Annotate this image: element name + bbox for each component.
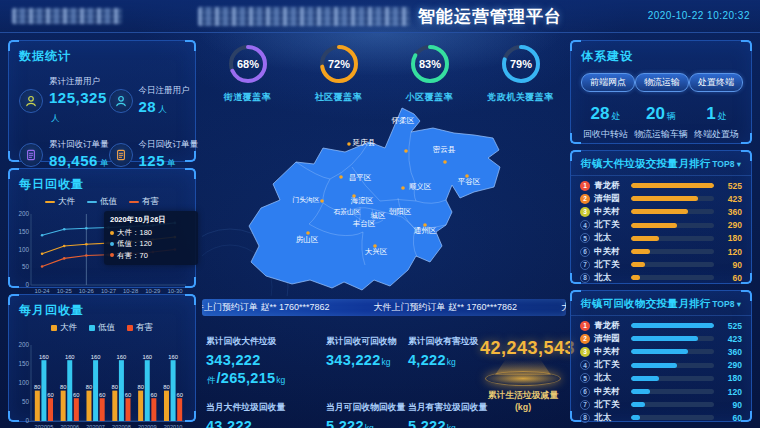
stat-number: 28 (139, 98, 157, 115)
beijing-district-map[interactable]: 怀柔区延庆县密云县昌平区顺义区平谷区门头沟区海淀区石景山区城区朝阳区丰台区房山区… (202, 104, 566, 296)
rank-row: 4北下关290 (571, 359, 751, 372)
district-dot (404, 149, 408, 153)
system-tab-前端网点[interactable]: 前端网点 (581, 73, 635, 92)
summary-stats: 累计回收大件垃圾343,222件/265,215kg累计回收可回收物343,22… (202, 330, 566, 426)
rank-name: 青龙桥 (594, 180, 627, 192)
panel-corner-tl (570, 40, 581, 51)
panel-corner-br (741, 411, 752, 422)
district-label: 通州区 (414, 226, 437, 235)
tooltip-dot (110, 253, 114, 257)
stat-text: 今日注册用户28人 (139, 85, 190, 116)
rank-badge: 3 (580, 347, 590, 357)
panel-corner-tl (570, 150, 581, 161)
rank-name: 北太 (594, 232, 627, 244)
monthly-bar-chart[interactable]: 0501001502002020052020062020072020082020… (9, 334, 195, 428)
coverage-gauges: 68%街道覆盖率72%社区覆盖率83%小区覆盖率79%党政机关覆盖率 (202, 42, 566, 112)
stat-value: 125,325人 (49, 89, 109, 125)
rank-row: 8北太60 (571, 411, 751, 424)
legend-item-有害[interactable]: 有害 (127, 322, 153, 334)
title-wrap: 智能运营管理平台 (198, 5, 562, 28)
coverage-gauge: 79%党政机关覆盖率 (478, 42, 564, 104)
svg-text:83%: 83% (418, 58, 440, 70)
svg-text:202010: 202010 (164, 424, 183, 428)
district-label: 大兴区 (365, 247, 388, 256)
rank-badge: 4 (580, 360, 590, 370)
system-tab-物流运输[interactable]: 物流运输 (635, 73, 689, 92)
rank-bar-fill (631, 183, 714, 188)
summary-label: 累计回收大件垃圾 (206, 336, 326, 348)
rank-value: 120 (718, 247, 742, 257)
rank-bar-fill (631, 196, 698, 201)
rank-value: 180 (718, 373, 742, 383)
legend-item-低值[interactable]: 低值 (89, 322, 115, 334)
system-stat-label: 终端处置场 (694, 128, 739, 141)
svg-text:202008: 202008 (112, 424, 131, 428)
svg-text:202006: 202006 (60, 424, 79, 428)
rank-bar-fill (631, 223, 677, 228)
summary-row: 当月大件垃圾回收量43,222件/345,215kg当月可回收物回收量5,222… (206, 402, 482, 428)
rank-bar-track (631, 389, 714, 394)
summary-row: 累计回收大件垃圾343,222件/265,215kg累计回收可回收物343,22… (206, 336, 482, 387)
district-dot (443, 160, 447, 164)
panel-corner-br (741, 133, 752, 144)
rank-value: 525 (718, 181, 742, 191)
panel-corner-bl (8, 411, 19, 422)
svg-text:160: 160 (65, 354, 75, 360)
svg-text:60: 60 (47, 392, 53, 398)
legend-item-低值[interactable]: 低值 (87, 196, 117, 208)
svg-text:160: 160 (142, 354, 152, 360)
rank-bar-track (631, 262, 714, 267)
rank-value: 360 (718, 207, 742, 217)
svg-text:202005: 202005 (35, 424, 54, 428)
stat-unit: 单 (100, 158, 109, 168)
system-tab-处置终端[interactable]: 处置终端 (689, 73, 743, 92)
svg-text:80: 80 (112, 384, 118, 390)
rank-bar-fill (631, 262, 645, 267)
user-icon (19, 89, 43, 113)
svg-text:160: 160 (117, 354, 127, 360)
rank-bar-fill (631, 249, 650, 254)
legend-marker (51, 325, 57, 331)
summary-part: kg (365, 423, 374, 428)
rank-list: 1青龙桥5252清华园4233中关村3604北下关2905北太1806中关村12… (571, 176, 751, 285)
rank-bar-track (631, 249, 714, 254)
summary-rows: 累计回收大件垃圾343,222件/265,215kg累计回收可回收物343,22… (206, 336, 482, 428)
total-reduction-label: 累计生活垃圾减量(kg) (480, 390, 566, 412)
legend-label: 低值 (98, 322, 115, 334)
rank-value: 423 (718, 194, 742, 204)
rank-badge: 3 (580, 207, 590, 217)
stat-number: 125 (139, 152, 166, 169)
system-stats: 28处回收中转站20辆物流运输车辆1处终端处置场 (571, 92, 751, 141)
rank-value: 180 (718, 233, 742, 243)
legend-item-有害[interactable]: 有害 (129, 196, 159, 208)
rank-name: 北下关 (594, 259, 627, 271)
ticker-item: 大件上门预约订单 赵** 1760***7862 (561, 301, 566, 314)
summary-part: kg (447, 423, 456, 428)
top8-dropdown[interactable]: TOP8 ▾ (712, 299, 741, 309)
rank-row: 5北太180 (571, 232, 751, 245)
coverage-gauge: 83%小区覆盖率 (387, 42, 473, 104)
rank-bar-track (631, 363, 714, 368)
legend-label: 大件 (60, 322, 77, 334)
summary-part: 343,222 (326, 352, 381, 368)
panel-corner-br (185, 277, 196, 288)
svg-text:100: 100 (18, 379, 29, 386)
rank-row: 3中关村360 (571, 205, 751, 218)
summary-cell: 累计回收有害垃圾4,222kg (408, 336, 482, 387)
summary-part: kg (276, 375, 285, 385)
legend-item-大件[interactable]: 大件 (45, 196, 75, 208)
panel-corner-tr (185, 40, 196, 51)
legend-item-大件[interactable]: 大件 (51, 322, 77, 334)
top8-dropdown[interactable]: TOP8 ▾ (712, 159, 741, 169)
stat-item: 累计注册用户125,325人 (19, 76, 109, 125)
rank-row: 6中关村120 (571, 385, 751, 398)
panel-corner-tl (8, 168, 19, 179)
svg-text:200: 200 (18, 210, 29, 217)
rank-value: 423 (718, 334, 742, 344)
svg-text:60: 60 (125, 392, 131, 398)
chart-tooltip: 2020年10月26日大件：180低值：120有害：70 (104, 211, 198, 265)
beijing-outline[interactable] (249, 108, 500, 290)
svg-text:79%: 79% (509, 58, 531, 70)
summary-label: 累计回收有害垃圾 (408, 336, 482, 348)
coverage-gauge: 72%社区覆盖率 (296, 42, 382, 104)
